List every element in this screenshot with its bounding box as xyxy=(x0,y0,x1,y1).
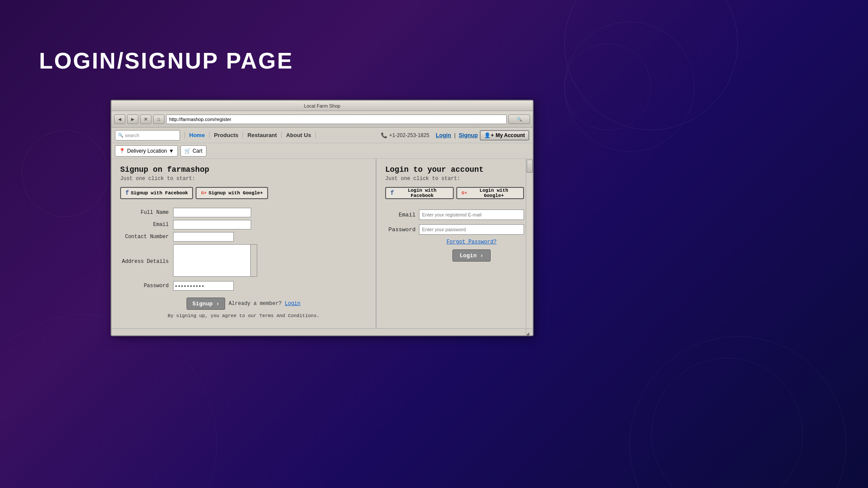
facebook-icon: f xyxy=(125,190,129,197)
address-wrapper xyxy=(173,244,257,278)
already-member-text: Already a member? Login xyxy=(229,301,301,307)
login-nav-btn[interactable]: Login xyxy=(434,132,453,138)
address-scrollbar[interactable] xyxy=(250,244,257,277)
login-facebook-button[interactable]: f Login with Facebook xyxy=(385,187,454,199)
forgot-password-link[interactable]: Forgot Password? xyxy=(419,239,524,245)
signup-subtitle: Just one click to start: xyxy=(120,176,367,182)
signup-panel: Signup on farmashop Just one click to st… xyxy=(111,159,376,335)
my-account-icon: 👤+ xyxy=(484,132,494,138)
contact-input[interactable] xyxy=(173,232,234,242)
delivery-button[interactable]: 📍 Delivery Location ▼ xyxy=(115,145,178,157)
delivery-icon: 📍 xyxy=(119,148,125,154)
phone-number: +1-202-253-1825 xyxy=(389,132,429,138)
browser-horizontal-scrollbar[interactable] xyxy=(111,328,526,335)
signup-google-button[interactable]: G+ Signup with Google+ xyxy=(196,187,268,199)
browser-resize-corner[interactable]: ◢ xyxy=(526,328,533,335)
nav-bar: 🔍 search Home Products Restaurant About … xyxy=(111,128,533,143)
search-icon: 🔍 xyxy=(517,117,522,121)
signup-form: Full Name Email Contact Number Address D… xyxy=(120,205,367,293)
page-title: LOGIN/SIGNUP PAGE xyxy=(39,48,294,74)
login-social-buttons: f Login with Facebook G+ Login with Goog… xyxy=(385,187,524,199)
login-facebook-label: Login with Facebook xyxy=(396,188,448,198)
full-name-label: Full Name xyxy=(122,208,171,217)
signup-social-buttons: f Signup with Facebook G+ Signup with Go… xyxy=(120,187,367,199)
address-label: Address Details xyxy=(122,244,171,278)
signup-email-input[interactable] xyxy=(173,220,251,229)
login-email-row: Email xyxy=(385,210,524,220)
back-button[interactable]: ◄ xyxy=(114,115,125,124)
forward-button[interactable]: ► xyxy=(127,115,138,124)
close-button[interactable]: ✕ xyxy=(140,115,151,124)
login-title: Login to your account xyxy=(385,165,524,174)
signup-submit-button[interactable]: Signup › xyxy=(187,298,225,310)
browser-titlebar: Local Farm Shop xyxy=(111,101,533,111)
browser-search-button[interactable]: 🔍 xyxy=(508,115,530,124)
phone-icon: 📞 xyxy=(381,132,387,138)
delivery-label: Delivery Location xyxy=(127,148,167,154)
signup-title: Signup on farmashop xyxy=(120,165,367,174)
login-facebook-icon: f xyxy=(390,190,394,197)
search-placeholder: search xyxy=(125,133,139,138)
phone-info: 📞 +1-202-253-1825 xyxy=(381,132,429,138)
signup-password-input[interactable] xyxy=(173,281,234,291)
search-icon-small: 🔍 xyxy=(118,133,123,138)
login-action-area: Login › xyxy=(419,249,524,262)
terms-text: By signing up, you agree to our Terms An… xyxy=(120,313,367,318)
signup-bottom: Signup › Already a member? Login xyxy=(120,298,367,310)
login-link[interactable]: Login xyxy=(285,301,301,307)
login-subtitle: Just one click to start: xyxy=(385,176,524,182)
login-password-row: Password xyxy=(385,224,524,235)
password-label: Password xyxy=(122,281,171,291)
delivery-dropdown-icon: ▼ xyxy=(169,148,174,154)
login-google-icon: G+ xyxy=(462,190,467,196)
signup-facebook-button[interactable]: f Signup with Facebook xyxy=(120,187,193,199)
signup-nav-btn[interactable]: Signup xyxy=(456,132,480,138)
login-password-label: Password xyxy=(385,226,416,233)
browser-vertical-scrollbar[interactable] xyxy=(526,159,533,328)
my-account-label: My Account xyxy=(495,132,525,138)
address-textarea[interactable] xyxy=(173,244,257,277)
browser-toolbar: ◄ ► ✕ ⌂ 🔍 xyxy=(111,111,533,128)
my-account-button[interactable]: 👤+ My Account xyxy=(480,130,529,141)
cart-label: Cart xyxy=(193,148,203,154)
login-email-input[interactable] xyxy=(419,210,524,220)
login-panel: Login to your account Just one click to … xyxy=(377,159,533,335)
browser-content: Signup on farmashop Just one click to st… xyxy=(111,159,533,335)
nav-home[interactable]: Home xyxy=(184,132,210,138)
login-email-label: Email xyxy=(385,212,416,218)
email-label: Email xyxy=(122,220,171,229)
home-button[interactable]: ⌂ xyxy=(153,115,164,124)
utility-bar: 📍 Delivery Location ▼ 🛒 Cart xyxy=(111,143,533,159)
site-search-box[interactable]: 🔍 search xyxy=(115,130,180,141)
signup-facebook-label: Signup with Facebook xyxy=(131,190,188,196)
contact-label: Contact Number xyxy=(122,232,171,242)
login-submit-button[interactable]: Login › xyxy=(452,249,491,262)
nav-about[interactable]: About Us xyxy=(282,132,316,138)
address-bar[interactable] xyxy=(166,115,507,124)
full-name-input[interactable] xyxy=(173,208,251,217)
login-signup-area: Login | Signup xyxy=(434,132,480,138)
google-icon: G+ xyxy=(201,190,206,196)
browser-window: Local Farm Shop ◄ ► ✕ ⌂ 🔍 🔍 search Home … xyxy=(111,100,534,336)
browser-title: Local Farm Shop xyxy=(304,103,341,108)
signup-google-label: Signup with Google+ xyxy=(209,190,263,196)
nav-links: Home Products Restaurant About Us xyxy=(184,132,377,138)
login-google-label: Login with Google+ xyxy=(469,188,519,198)
cart-icon: 🛒 xyxy=(184,148,191,154)
nav-restaurant[interactable]: Restaurant xyxy=(243,132,282,138)
login-password-input[interactable] xyxy=(419,224,524,235)
login-google-button[interactable]: G+ Login with Google+ xyxy=(456,187,524,199)
nav-products[interactable]: Products xyxy=(210,132,243,138)
cart-button[interactable]: 🛒 Cart xyxy=(180,145,206,157)
